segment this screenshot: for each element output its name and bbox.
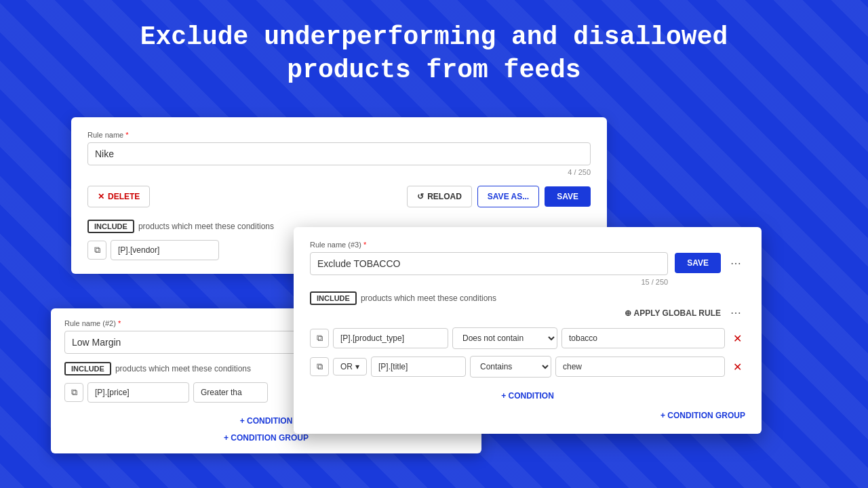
save-button-1[interactable]: SAVE xyxy=(545,186,591,207)
reload-button-1[interactable]: ↺ RELOAD xyxy=(407,186,472,207)
card3-toolbar: SAVE ⋯ xyxy=(675,241,745,273)
toolbar-1: ✕ DELETE ↺ RELOAD SAVE AS... SAVE xyxy=(87,186,591,207)
add-condition-link-2[interactable]: + CONDITION xyxy=(240,416,293,426)
rule-name-label-3: Rule name (#3) * xyxy=(310,241,668,249)
include-badge-1: INCLUDE xyxy=(87,220,134,233)
include-badge-2: INCLUDE xyxy=(64,362,111,375)
copy-button-1[interactable]: ⧉ xyxy=(87,241,106,260)
char-count-1: 4 / 250 xyxy=(87,168,591,176)
card3-name-section: Rule name (#3) * 15 / 250 xyxy=(310,241,668,286)
remove-button-3-2[interactable]: ✕ xyxy=(729,359,745,375)
copy-button-2[interactable]: ⧉ xyxy=(64,383,83,402)
headline-line2: products from feeds xyxy=(41,54,827,87)
section-header-3: INCLUDE products which meet these condit… xyxy=(310,291,745,305)
field-input-3-2[interactable] xyxy=(371,357,466,377)
condition-row-3-2: ⧉ OR ▾ Contains ✕ xyxy=(310,356,745,378)
rule-card-3: Rule name (#3) * 15 / 250 SAVE ⋯ INCLUDE… xyxy=(294,227,762,434)
add-condition-group-link-3[interactable]: + CONDITION GROUP xyxy=(660,411,745,420)
remove-button-3-1[interactable]: ✕ xyxy=(729,330,745,346)
globe-icon: ⊕ xyxy=(625,308,631,318)
operator-select-3-2[interactable]: Contains xyxy=(470,356,551,378)
operator-select-3-1[interactable]: Does not contain xyxy=(452,327,557,349)
rule-name-label-1: Rule name * xyxy=(87,131,591,139)
char-count-3: 15 / 250 xyxy=(310,278,668,286)
headline-line1: Exclude underperforming and disallowed xyxy=(41,20,827,54)
apply-global-dots[interactable]: ⋯ xyxy=(726,305,745,321)
add-condition-link-3[interactable]: + CONDITION xyxy=(501,391,554,401)
headline: Exclude underperforming and disallowed p… xyxy=(0,20,868,87)
toolbar-right-1: ↺ RELOAD SAVE AS... SAVE xyxy=(407,186,591,207)
condition-row-3-1: ⧉ Does not contain ✕ xyxy=(310,327,745,349)
rule-name-input-3[interactable] xyxy=(310,252,668,275)
add-condition-group-link-2[interactable]: + CONDITION GROUP xyxy=(224,433,309,443)
copy-button-3-2[interactable]: ⧉ xyxy=(310,357,329,376)
apply-global-link[interactable]: ⊕ APPLY GLOBAL RULE xyxy=(625,308,721,318)
field-input-1[interactable] xyxy=(111,240,219,260)
save-as-button-1[interactable]: SAVE AS... xyxy=(477,186,539,207)
card3-header: Rule name (#3) * 15 / 250 SAVE ⋯ xyxy=(310,241,745,286)
reload-icon-1: ↺ xyxy=(417,192,424,201)
save-button-3[interactable]: SAVE xyxy=(675,253,721,273)
operator-input-2[interactable] xyxy=(193,382,268,403)
field-input-3-1[interactable] xyxy=(333,328,448,348)
price-field-input[interactable] xyxy=(87,382,189,403)
more-options-button-3[interactable]: ⋯ xyxy=(726,256,745,271)
footer-2: + CONDITION GROUP xyxy=(64,433,468,443)
card3-footer: + CONDITION GROUP xyxy=(310,411,745,420)
rule-name-input-1[interactable] xyxy=(87,142,591,165)
include-badge-3: INCLUDE xyxy=(310,291,357,305)
apply-global-row: ⊕ APPLY GLOBAL RULE ⋯ xyxy=(310,305,745,321)
add-condition-footer-3: + CONDITION xyxy=(310,384,745,401)
copy-button-3-1[interactable]: ⧉ xyxy=(310,329,329,348)
x-icon-1: ✕ xyxy=(98,192,104,201)
chevron-down-icon: ▾ xyxy=(355,362,359,371)
delete-button-1[interactable]: ✕ DELETE xyxy=(87,186,150,207)
or-badge[interactable]: OR ▾ xyxy=(333,358,367,375)
value-input-3-1[interactable] xyxy=(561,328,725,348)
value-input-3-2[interactable] xyxy=(555,357,725,377)
